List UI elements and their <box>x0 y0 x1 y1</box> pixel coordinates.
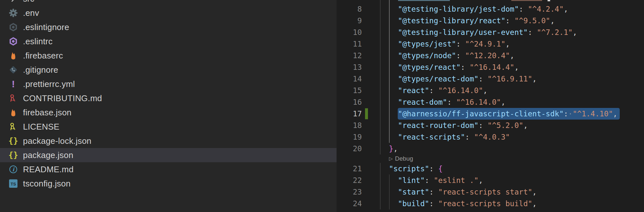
sidebar-item-package-json[interactable]: {}package.json <box>0 148 337 162</box>
gutter <box>362 96 380 108</box>
code-line-8[interactable]: 8 "@testing-library/jest-dom": "^4.2.4", <box>337 3 644 15</box>
sidebar-item-package-lock-json[interactable]: {}package-lock.json <box>0 134 337 148</box>
clipped-line-fragment <box>398 0 450 1</box>
gutter <box>362 108 380 120</box>
gutter <box>362 73 380 85</box>
code-text: "@testing-library/user-event": "^7.2.1", <box>380 26 577 38</box>
gutter-change-added-bar <box>365 108 368 119</box>
gutter <box>362 15 380 26</box>
sidebar-item-readme-md[interactable]: iREADME.md <box>0 162 337 176</box>
sidebar-item-label: LICENSE <box>23 122 60 132</box>
code-text: "start": "react-scripts start", <box>380 186 537 198</box>
code-text: }, <box>380 143 398 154</box>
sidebar-item--eslintrc[interactable]: .eslintrc <box>0 34 337 48</box>
gutter <box>362 163 380 175</box>
line-number[interactable]: 12 <box>337 50 362 61</box>
text-selection: "@harnessio/ff-javascript-client-sdk":·"… <box>398 108 620 120</box>
gutter <box>362 61 380 73</box>
vscode-window: { "window": {"width": 1990, "height": 65… <box>0 0 644 212</box>
code-line-15[interactable]: 15 "react": "^16.14.0", <box>337 85 644 96</box>
line-number[interactable]: 17 <box>337 108 362 120</box>
code-line-9[interactable]: 9 "@testing-library/react": "^9.5.0", <box>337 15 644 26</box>
code-text: "@types/react": "^16.14.4", <box>380 61 519 73</box>
line-number[interactable]: 23 <box>337 186 362 198</box>
gear-icon <box>8 8 18 17</box>
line-number[interactable]: 16 <box>337 96 362 108</box>
line-number[interactable]: 14 <box>337 73 362 85</box>
code-text: "lint": "eslint .", <box>380 175 483 186</box>
eslint-icon <box>8 37 18 46</box>
code-line-23[interactable]: 23 "start": "react-scripts start", <box>337 186 644 198</box>
sidebar-item-contributing-md[interactable]: CONTRIBUTING.md <box>0 91 337 105</box>
code-text: "@types/node": "^12.20.4", <box>380 50 514 61</box>
code-line-21[interactable]: 21 "scripts": { <box>337 163 644 175</box>
sidebar-item--firebaserc[interactable]: .firebaserc <box>0 48 337 63</box>
sidebar-item-tsconfig-json[interactable]: TStsconfig.json <box>0 176 337 191</box>
sidebar-item--gitignore[interactable]: .gitignore <box>0 63 337 77</box>
editor-pane[interactable]: 8 "@testing-library/jest-dom": "^4.2.4",… <box>337 0 644 212</box>
line-number[interactable]: 8 <box>337 3 362 15</box>
code-line-16[interactable]: 16 "react-dom": "^16.14.0", <box>337 96 644 108</box>
code-line-19[interactable]: 19 "react-scripts": "^4.0.3" <box>337 131 644 143</box>
line-number[interactable]: 18 <box>337 120 362 131</box>
line-number[interactable]: 21 <box>337 163 362 175</box>
line-number[interactable]: 15 <box>337 85 362 96</box>
gutter <box>362 3 380 15</box>
firebase-icon <box>8 51 18 60</box>
sidebar-item--eslintignore[interactable]: .eslintignore <box>0 20 337 34</box>
code-line-11[interactable]: 11 "@types/jest": "^24.9.1", <box>337 38 644 50</box>
code-line-18[interactable]: 18 "react-router-dom": "^5.2.0", <box>337 120 644 131</box>
eslint-icon <box>8 23 18 32</box>
sidebar-item-label: CONTRIBUTING.md <box>23 93 102 103</box>
code-text: "@testing-library/react": "^9.5.0", <box>380 15 555 26</box>
code-line-17[interactable]: 17 "@harnessio/ff-javascript-client-sdk"… <box>337 108 644 120</box>
code-line-14[interactable]: 14 "@types/react-dom": "^16.9.11", <box>337 73 644 85</box>
sidebar-item-label: .prettierrc.yml <box>23 79 75 89</box>
codelens-debug[interactable]: ▷Debug <box>389 155 413 162</box>
sidebar-item-label: package.json <box>23 150 73 160</box>
editor-top-spacer <box>337 0 644 3</box>
code-line-13[interactable]: 13 "@types/react": "^16.14.4", <box>337 61 644 73</box>
line-number[interactable]: 24 <box>337 198 362 209</box>
gutter <box>362 120 380 131</box>
code-line-24[interactable]: 24 "build": "react-scripts build", <box>337 198 644 209</box>
keys-icon <box>8 94 18 103</box>
gutter <box>362 186 380 198</box>
gutter <box>362 131 380 143</box>
sidebar-item-label: .eslintrc <box>23 37 52 47</box>
code-line-12[interactable]: 12 "@types/node": "^12.20.4", <box>337 50 644 61</box>
code-line-20[interactable]: 20 }, <box>337 143 644 154</box>
sidebar-item-license[interactable]: LICENSE <box>0 120 337 134</box>
exclaim-icon: ! <box>8 80 18 89</box>
clipped-line-fragment <box>548 0 550 1</box>
line-number[interactable]: 9 <box>337 15 362 26</box>
line-number[interactable]: 19 <box>337 131 362 143</box>
code-text: "react-scripts": "^4.0.3" <box>380 131 510 143</box>
line-number[interactable]: 13 <box>337 61 362 73</box>
braces-icon: {} <box>8 151 18 160</box>
code-text: "@types/jest": "^24.9.1", <box>380 38 510 50</box>
sidebar-item-label: src <box>23 0 34 4</box>
sidebar-item-label: firebase.json <box>23 108 72 118</box>
line-number[interactable]: 20 <box>337 143 362 154</box>
gutter <box>362 26 380 38</box>
sidebar-item-label: .gitignore <box>23 65 58 75</box>
line-number[interactable]: 22 <box>337 175 362 186</box>
code-line-22[interactable]: 22 "lint": "eslint .", <box>337 175 644 186</box>
firebase-icon <box>8 108 18 117</box>
file-explorer-sidebar: src.env.eslintignore.eslintrc.firebaserc… <box>0 0 337 212</box>
sidebar-item-firebase-json[interactable]: firebase.json <box>0 105 337 120</box>
sidebar-item--env[interactable]: .env <box>0 6 337 20</box>
svg-text:i: i <box>12 166 15 173</box>
ts-icon: TS <box>8 179 18 188</box>
sidebar-item-label: tsconfig.json <box>23 179 71 189</box>
line-number[interactable]: 10 <box>337 26 362 38</box>
sidebar-item--prettierrc-yml[interactable]: !.prettierrc.yml <box>0 77 337 91</box>
codelens-row: ▷Debug <box>337 154 644 163</box>
code-text: "react-router-dom": "^5.2.0", <box>380 120 528 131</box>
code-line-10[interactable]: 10 "@testing-library/user-event": "^7.2.… <box>337 26 644 38</box>
sidebar-item-src[interactable]: src <box>0 0 337 6</box>
gutter <box>362 143 380 154</box>
line-number[interactable]: 11 <box>337 38 362 50</box>
gutter <box>362 175 380 186</box>
